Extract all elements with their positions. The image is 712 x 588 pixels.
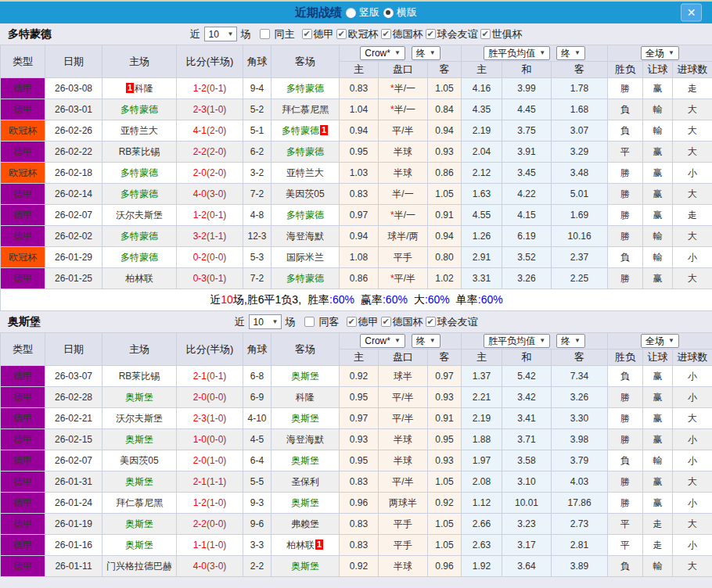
- away-team: 海登海默: [271, 226, 340, 247]
- avg-odds-select[interactable]: 胜平负均值▼: [484, 334, 550, 348]
- league-badge: 德甲: [1, 268, 45, 289]
- league-badge: 德甲: [1, 471, 45, 493]
- result-outcome: 勝: [608, 205, 643, 226]
- fulltime-score: 1-2: [193, 497, 207, 508]
- match-row: 德甲26-01-16奥斯堡1-1(1-0)3-3柏林联10.83平手1.052.…: [1, 535, 712, 556]
- league-filter-checkbox[interactable]: ✔世俱杯: [480, 27, 523, 41]
- avg-odds-select[interactable]: 胜平负均值▼: [484, 46, 550, 60]
- sub-column-header: 胜负: [608, 350, 643, 366]
- away-team-name: 多特蒙德: [286, 146, 324, 157]
- corner-count: 12-3: [243, 226, 271, 247]
- halftime-score: (0-1): [207, 371, 226, 382]
- handicap-odds-away: 1.05: [428, 514, 462, 535]
- result-handicap: 輸: [643, 99, 673, 120]
- avg-odds-home: 1.63: [462, 184, 502, 205]
- corner-count: 7-2: [243, 268, 271, 289]
- final-avg-select[interactable]: 终▼: [556, 334, 585, 348]
- league-filter-checkbox-label: 球会友谊: [437, 27, 478, 41]
- match-date: 26-01-19: [45, 514, 102, 535]
- home-team: 沃尔夫斯堡: [102, 408, 177, 429]
- handicap-odds-home: 0.92: [340, 556, 379, 577]
- league-filter-checkbox[interactable]: ✔球会友谊: [426, 27, 478, 41]
- handicap-line: *半/一: [379, 99, 428, 120]
- match-score: 2-1(0-1): [177, 366, 243, 387]
- away-team-name: 拜仁慕尼黑: [282, 104, 329, 115]
- league-badge: 德甲: [1, 514, 45, 535]
- fulltime-score: 2-3: [193, 104, 207, 115]
- scope-select[interactable]: 全场▼: [641, 334, 679, 348]
- avg-odds-draw: 3.64: [502, 556, 552, 577]
- scope-select[interactable]: 全场▼: [641, 46, 679, 60]
- league-filter-checkbox[interactable]: ✔德甲: [347, 315, 379, 329]
- league-badge: 德甲: [1, 408, 45, 429]
- home-team-name: 奥斯堡: [125, 518, 153, 529]
- away-team: 亚特兰大: [271, 163, 340, 184]
- league-filter-checkbox[interactable]: ✔德甲: [302, 27, 334, 41]
- layout-option-horizontal[interactable]: 横版: [383, 5, 417, 20]
- match-row: 德甲26-02-14多特蒙德4-0(3-0)7-2美因茨050.83半/一1.0…: [1, 184, 712, 205]
- match-row: 德甲26-01-19奥斯堡2-2(0-0)9-6弗赖堡0.83平手1.052.6…: [1, 514, 712, 535]
- away-team: 圣保利: [271, 471, 340, 493]
- checkbox-unchecked-icon: [260, 29, 270, 39]
- handicap-line: 平/半: [379, 471, 428, 493]
- same-venue-checkbox[interactable]: 同客: [304, 315, 340, 329]
- team-name: 奥斯堡: [8, 315, 41, 329]
- handicap-line-text: 平/半: [392, 476, 413, 487]
- avg-odds-draw: 3.23: [502, 514, 552, 535]
- final-odds-select[interactable]: 终▼: [412, 334, 441, 348]
- layout-option-vertical[interactable]: 竖版: [346, 5, 379, 20]
- radio-unselected-icon: [346, 8, 356, 18]
- avg-odds-away: 3.89: [552, 556, 608, 577]
- league-filter-checkbox[interactable]: ✔德国杯: [381, 27, 423, 41]
- sub-column-header: 客: [428, 62, 462, 78]
- home-team: 奥斯堡: [102, 535, 177, 556]
- away-team: 多特蒙德: [271, 142, 340, 163]
- match-count-select[interactable]: 10▼: [249, 314, 282, 329]
- column-header: 角球: [243, 333, 271, 366]
- scope-select-caret-icon: ▼: [668, 50, 674, 56]
- column-header: 主场: [102, 333, 177, 366]
- away-team-name: 多特蒙德: [286, 83, 324, 94]
- league-filter-checkbox[interactable]: ✔欧冠杯: [336, 27, 379, 41]
- column-header: 类型: [1, 45, 45, 78]
- close-button[interactable]: ✕: [681, 4, 702, 22]
- result-outcome: 負: [608, 450, 643, 471]
- sub-column-header: 胜负: [608, 62, 643, 78]
- avg-odds-away: 2.37: [552, 247, 608, 268]
- sub-column-header: 主: [462, 62, 502, 78]
- home-team: 多特蒙德: [102, 184, 177, 205]
- bookmaker-select[interactable]: Crow*▼: [360, 46, 405, 60]
- final-odds-select[interactable]: 终▼: [412, 46, 441, 60]
- result-outcome: 負: [608, 366, 643, 387]
- summary-stat-label: 大: [414, 293, 425, 306]
- handicap-line: 球半: [379, 366, 428, 387]
- result-outcome: 平: [608, 514, 643, 535]
- bookmaker-select-caret-icon: ▼: [394, 338, 401, 344]
- fulltime-score: 2-3: [193, 413, 207, 424]
- corner-count: 5-5: [243, 471, 271, 493]
- handicap-odds-home: 0.83: [340, 78, 379, 99]
- handicap-line-text: 半球: [394, 455, 412, 466]
- handicap-line-text: 半/一: [394, 104, 415, 115]
- results-table: 类型日期主场比分(半场)角球客场Crow*▼终▼胜平负均值▼终▼全场▼主盘口客主…: [0, 45, 712, 311]
- match-date: 26-01-11: [45, 556, 102, 577]
- handicap-odds-away: 0.91: [428, 408, 462, 429]
- league-filter-checkbox[interactable]: ✔德国杯: [381, 315, 423, 329]
- corner-count: 9-6: [243, 514, 271, 535]
- corner-count: 4-10: [243, 408, 271, 429]
- match-date: 26-01-29: [45, 247, 102, 268]
- avg-odds-draw: 3.58: [502, 450, 552, 471]
- handicap-odds-home: 0.83: [340, 471, 379, 493]
- result-outcome: 勝: [608, 387, 643, 408]
- handicap-line: 半球: [379, 142, 428, 163]
- league-filter-checkbox[interactable]: ✔球会友谊: [426, 315, 478, 329]
- same-venue-checkbox[interactable]: 同主: [260, 27, 295, 41]
- match-count-select[interactable]: 10▼: [204, 27, 237, 41]
- result-handicap: 赢: [643, 268, 673, 289]
- team-name: 多特蒙德: [8, 27, 52, 41]
- corner-count: 9-3: [243, 493, 271, 514]
- final-avg-select[interactable]: 终▼: [556, 46, 585, 60]
- bookmaker-select[interactable]: Crow*▼: [360, 334, 405, 348]
- home-team-name: 多特蒙德: [120, 104, 158, 115]
- fulltime-score: 2-0: [193, 392, 207, 403]
